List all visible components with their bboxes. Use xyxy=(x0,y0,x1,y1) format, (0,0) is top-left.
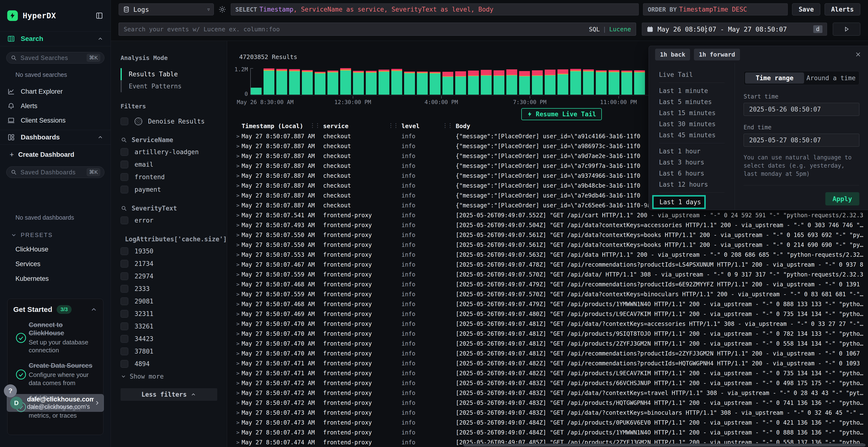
expand-row-icon[interactable]: > xyxy=(235,439,242,445)
expand-row-icon[interactable]: > xyxy=(235,370,242,376)
expand-row-icon[interactable]: > xyxy=(235,331,242,337)
table-row[interactable]: >May 27 8:50:07.472 AMfrontend-proxyinfo… xyxy=(235,398,868,408)
histogram-bar[interactable] xyxy=(442,72,453,95)
checkbox[interactable] xyxy=(121,285,128,293)
table-row[interactable]: >May 27 8:50:07.493 AMfrontend-proxyinfo… xyxy=(235,220,868,230)
presets-toggle[interactable]: PRESETS xyxy=(10,232,111,238)
histogram-bar[interactable] xyxy=(391,69,402,95)
expand-row-icon[interactable]: > xyxy=(235,212,242,218)
apply-button[interactable]: Apply xyxy=(825,192,859,205)
sidebar-preset-link[interactable]: Services xyxy=(16,260,111,268)
user-menu[interactable]: D dale@clickhouse.com dale@clickhouse.co… xyxy=(7,394,104,412)
filter-option[interactable]: error xyxy=(121,216,227,225)
column-drag-handle[interactable]: ⋮⋮ xyxy=(388,122,398,129)
histogram-bar[interactable] xyxy=(404,72,415,95)
expand-row-icon[interactable]: > xyxy=(235,163,242,169)
expand-row-icon[interactable]: > xyxy=(235,182,242,188)
time-preset-last-1-days[interactable]: Last 1 days xyxy=(652,195,706,209)
histogram-bar[interactable] xyxy=(481,70,492,95)
resume-live-tail-button[interactable]: Resume Live Tail xyxy=(521,108,602,120)
sidebar-item-search[interactable]: Search xyxy=(0,31,111,46)
expand-row-icon[interactable]: > xyxy=(235,341,242,347)
expand-row-icon[interactable]: > xyxy=(235,380,242,386)
table-row[interactable]: >May 27 8:50:07.468 AMfrontend-proxyinfo… xyxy=(235,299,868,309)
table-row[interactable]: >May 27 8:50:07.541 AMfrontend-proxyinfo… xyxy=(235,210,868,220)
expand-row-icon[interactable]: > xyxy=(235,410,242,416)
expand-row-icon[interactable]: > xyxy=(235,252,242,258)
get-started-item[interactable]: Create Data SourcesConfigure where your … xyxy=(13,362,97,387)
chevron-up-icon[interactable] xyxy=(97,134,103,140)
histogram-bar[interactable] xyxy=(596,70,607,95)
histogram-bar[interactable] xyxy=(506,69,517,95)
checkbox[interactable] xyxy=(121,335,128,343)
forward-1h-button[interactable]: 1h forward xyxy=(694,49,740,61)
table-row[interactable]: >May 27 8:50:07.473 AMfrontend-proxyinfo… xyxy=(235,418,868,427)
filter-option[interactable]: 37801 xyxy=(121,347,227,355)
sidebar-item-client-sessions[interactable]: Client Sessions xyxy=(0,114,111,127)
checkbox[interactable] xyxy=(121,360,128,368)
table-row[interactable]: >May 27 8:50:07.472 AMfrontend-proxyinfo… xyxy=(235,388,868,398)
table-row[interactable]: >May 27 8:50:07.470 AMfrontend-proxyinfo… xyxy=(235,339,868,348)
chevron-up-icon[interactable] xyxy=(97,36,103,42)
histogram-bar[interactable] xyxy=(532,70,543,95)
back-1h-button[interactable]: 1h back xyxy=(655,49,690,61)
filter-option[interactable]: 2333 xyxy=(121,285,227,293)
histogram-bar[interactable] xyxy=(289,69,300,95)
close-icon[interactable] xyxy=(855,51,862,58)
chevron-up-icon[interactable] xyxy=(90,306,97,313)
checkbox[interactable] xyxy=(121,298,128,305)
column-header-service[interactable]: service⋮⋮ xyxy=(323,123,401,130)
table-row[interactable]: >May 27 8:50:07.473 AMfrontend-proxyinfo… xyxy=(235,427,868,437)
table-row[interactable]: >May 27 8:50:07.553 AMfrontend-proxyinfo… xyxy=(235,250,868,260)
sidebar-item-alerts[interactable]: Alerts xyxy=(0,100,111,112)
table-row[interactable]: >May 27 8:50:07.472 AMfrontend-proxyinfo… xyxy=(235,378,868,388)
tab-around-a-time[interactable]: Around a time xyxy=(804,72,858,83)
checkbox[interactable] xyxy=(121,186,128,194)
date-range-input[interactable]: May 26 08:50:07 - May 27 08:50:07 d xyxy=(642,23,827,36)
histogram-bar[interactable] xyxy=(494,70,504,95)
filter-option[interactable]: artillery-loadgen xyxy=(121,148,227,156)
histogram-bar[interactable] xyxy=(264,68,274,95)
histogram-bar[interactable] xyxy=(251,88,261,95)
histogram-bar[interactable] xyxy=(634,70,645,95)
table-row[interactable]: >May 27 8:50:07.471 AMfrontend-proxyinfo… xyxy=(235,358,868,368)
histogram-bar[interactable] xyxy=(430,72,440,95)
histogram-bar[interactable] xyxy=(340,68,351,95)
denoise-results-option[interactable]: Denoise Results xyxy=(121,117,227,125)
table-row[interactable]: >May 27 8:50:07.559 AMfrontend-proxyinfo… xyxy=(235,270,868,279)
filter-group-search[interactable]: ServiceName xyxy=(121,136,227,143)
filter-option[interactable]: 32311 xyxy=(121,310,227,318)
checkbox[interactable] xyxy=(121,117,128,125)
histogram-bar[interactable] xyxy=(417,72,428,95)
histogram-bar[interactable] xyxy=(609,70,619,95)
histogram-bar[interactable] xyxy=(276,69,287,95)
sql-mode-toggle[interactable]: SQL xyxy=(589,26,600,33)
histogram-bar[interactable] xyxy=(545,70,556,95)
checkbox[interactable] xyxy=(121,260,128,268)
histogram-bar[interactable] xyxy=(621,71,632,95)
filter-option[interactable]: 22974 xyxy=(121,272,227,280)
table-row[interactable]: >May 27 8:50:07.469 AMfrontend-proxyinfo… xyxy=(235,309,868,319)
less-filters-button[interactable]: Less filters xyxy=(121,388,217,401)
expand-row-icon[interactable]: > xyxy=(235,360,242,366)
histogram-bar[interactable] xyxy=(557,69,568,95)
select-query-editor[interactable]: SELECT Timestamp, ServiceName as service… xyxy=(231,3,639,15)
get-started-item[interactable]: Connect to ClickHouseSet up your databas… xyxy=(13,321,97,354)
time-preset-last-12-hours[interactable]: Last 12 hours xyxy=(649,179,735,190)
filter-option[interactable]: 33261 xyxy=(121,322,227,331)
sidebar-collapse-icon[interactable] xyxy=(95,11,103,20)
time-preset-last-45-minutes[interactable]: Last 45 minutes xyxy=(649,130,735,141)
start-time-input[interactable]: 2025-05-26 08:50:07 xyxy=(744,103,859,116)
filter-option[interactable]: email xyxy=(121,161,227,169)
histogram-bar[interactable] xyxy=(468,71,479,95)
table-row[interactable]: >May 27 8:50:07.471 AMfrontend-proxyinfo… xyxy=(235,368,868,378)
expand-row-icon[interactable]: > xyxy=(235,222,242,228)
time-preset-last-1-minute[interactable]: Last 1 minute xyxy=(649,85,735,96)
expand-row-icon[interactable]: > xyxy=(235,301,242,307)
table-row[interactable]: >May 27 8:50:07.468 AMfrontend-proxyinfo… xyxy=(235,279,868,289)
filter-option[interactable]: 4894 xyxy=(121,360,227,368)
saved-searches-input[interactable]: Saved Searches ⌘K xyxy=(6,52,104,64)
expand-row-icon[interactable]: > xyxy=(235,429,242,436)
histogram-bar[interactable] xyxy=(455,71,466,95)
end-time-input[interactable]: 2025-05-27 08:50:07 xyxy=(744,134,859,147)
